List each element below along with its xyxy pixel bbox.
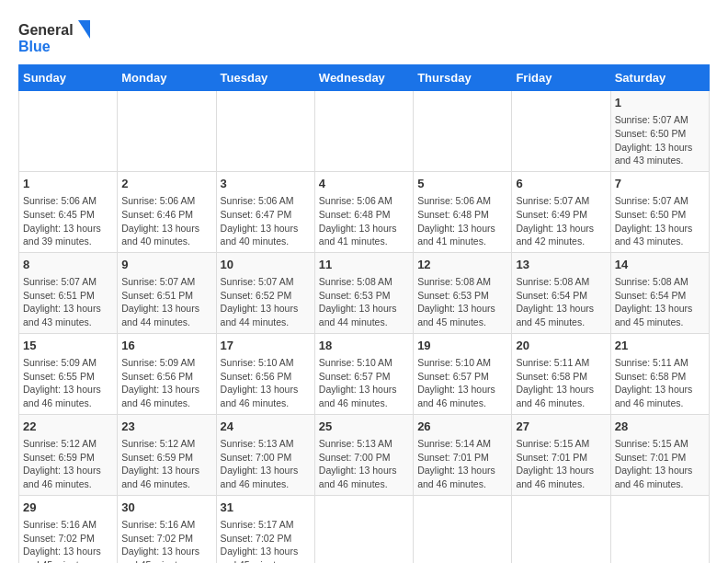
- day-info: Sunrise: 5:14 AM Sunset: 7:01 PM Dayligh…: [417, 437, 507, 491]
- calendar-cell: 6Sunrise: 5:07 AM Sunset: 6:49 PM Daylig…: [512, 171, 610, 252]
- calendar-cell: 17Sunrise: 5:10 AM Sunset: 6:56 PM Dayli…: [216, 333, 314, 414]
- calendar-cell: 19Sunrise: 5:10 AM Sunset: 6:57 PM Dayli…: [414, 333, 512, 414]
- day-info: Sunrise: 5:07 AM Sunset: 6:51 PM Dayligh…: [23, 275, 113, 329]
- day-info: Sunrise: 5:11 AM Sunset: 6:58 PM Dayligh…: [615, 356, 705, 410]
- calendar-cell: 26Sunrise: 5:14 AM Sunset: 7:01 PM Dayli…: [414, 414, 512, 495]
- day-number: 2: [121, 176, 211, 192]
- day-info: Sunrise: 5:10 AM Sunset: 6:57 PM Dayligh…: [417, 356, 507, 410]
- calendar-cell: 27Sunrise: 5:15 AM Sunset: 7:01 PM Dayli…: [512, 414, 610, 495]
- day-number: 13: [516, 257, 606, 273]
- calendar-cell: 18Sunrise: 5:10 AM Sunset: 6:57 PM Dayli…: [314, 333, 413, 414]
- day-info: Sunrise: 5:16 AM Sunset: 7:02 PM Dayligh…: [23, 518, 113, 563]
- day-number: 30: [121, 500, 211, 516]
- day-info: Sunrise: 5:12 AM Sunset: 6:59 PM Dayligh…: [23, 437, 113, 491]
- day-info: Sunrise: 5:06 AM Sunset: 6:48 PM Dayligh…: [417, 194, 507, 248]
- day-info: Sunrise: 5:10 AM Sunset: 6:57 PM Dayligh…: [319, 356, 409, 410]
- calendar-cell: [216, 91, 314, 172]
- day-number: 16: [121, 338, 211, 354]
- calendar-cell: 3Sunrise: 5:06 AM Sunset: 6:47 PM Daylig…: [216, 171, 314, 252]
- calendar-cell: 31Sunrise: 5:17 AM Sunset: 7:02 PM Dayli…: [216, 495, 314, 563]
- calendar-cell: 1Sunrise: 5:07 AM Sunset: 6:50 PM Daylig…: [610, 91, 709, 172]
- svg-marker-2: [78, 20, 90, 39]
- calendar-cell: 24Sunrise: 5:13 AM Sunset: 7:00 PM Dayli…: [216, 414, 314, 495]
- column-header-wednesday: Wednesday: [314, 65, 413, 91]
- week-row-3: 8Sunrise: 5:07 AM Sunset: 6:51 PM Daylig…: [19, 252, 710, 333]
- day-number: 12: [417, 257, 507, 273]
- calendar-cell: [512, 495, 610, 563]
- day-number: 3: [221, 176, 311, 192]
- calendar-cell: [314, 495, 413, 563]
- column-header-monday: Monday: [118, 65, 216, 91]
- calendar-cell: 20Sunrise: 5:11 AM Sunset: 6:58 PM Dayli…: [512, 333, 610, 414]
- calendar-cell: 12Sunrise: 5:08 AM Sunset: 6:53 PM Dayli…: [414, 252, 512, 333]
- calendar-cell: 13Sunrise: 5:08 AM Sunset: 6:54 PM Dayli…: [512, 252, 610, 333]
- day-info: Sunrise: 5:08 AM Sunset: 6:53 PM Dayligh…: [417, 275, 507, 329]
- day-number: 8: [23, 257, 113, 273]
- day-number: 10: [221, 257, 311, 273]
- day-number: 31: [221, 500, 311, 516]
- day-number: 28: [615, 419, 705, 435]
- day-number: 14: [615, 257, 705, 273]
- day-number: 27: [516, 419, 606, 435]
- day-number: 1: [615, 95, 705, 111]
- column-header-thursday: Thursday: [414, 65, 512, 91]
- day-info: Sunrise: 5:10 AM Sunset: 6:56 PM Dayligh…: [221, 356, 311, 410]
- calendar-cell: 15Sunrise: 5:09 AM Sunset: 6:55 PM Dayli…: [19, 333, 118, 414]
- calendar-cell: [610, 495, 709, 563]
- day-number: 23: [121, 419, 211, 435]
- day-info: Sunrise: 5:13 AM Sunset: 7:00 PM Dayligh…: [319, 437, 409, 491]
- day-number: 5: [417, 176, 507, 192]
- day-info: Sunrise: 5:16 AM Sunset: 7:02 PM Dayligh…: [121, 518, 211, 563]
- day-info: Sunrise: 5:17 AM Sunset: 7:02 PM Dayligh…: [221, 518, 311, 563]
- day-info: Sunrise: 5:06 AM Sunset: 6:48 PM Dayligh…: [319, 194, 409, 248]
- day-number: 1: [23, 176, 113, 192]
- day-info: Sunrise: 5:07 AM Sunset: 6:52 PM Dayligh…: [221, 275, 311, 329]
- column-header-sunday: Sunday: [19, 65, 118, 91]
- day-number: 17: [221, 338, 311, 354]
- week-row-1: 1Sunrise: 5:07 AM Sunset: 6:50 PM Daylig…: [19, 91, 710, 172]
- day-number: 26: [417, 419, 507, 435]
- calendar-cell: [414, 91, 512, 172]
- day-info: Sunrise: 5:06 AM Sunset: 6:46 PM Dayligh…: [121, 194, 211, 248]
- day-info: Sunrise: 5:08 AM Sunset: 6:53 PM Dayligh…: [319, 275, 409, 329]
- calendar-cell: 9Sunrise: 5:07 AM Sunset: 6:51 PM Daylig…: [118, 252, 216, 333]
- day-number: 15: [23, 338, 113, 354]
- svg-text:Blue: Blue: [18, 39, 51, 54]
- calendar-cell: 1Sunrise: 5:06 AM Sunset: 6:45 PM Daylig…: [19, 171, 118, 252]
- day-number: 25: [319, 419, 409, 435]
- day-number: 22: [23, 419, 113, 435]
- calendar-cell: 23Sunrise: 5:12 AM Sunset: 6:59 PM Dayli…: [118, 414, 216, 495]
- calendar-cell: 7Sunrise: 5:07 AM Sunset: 6:50 PM Daylig…: [610, 171, 709, 252]
- day-info: Sunrise: 5:13 AM Sunset: 7:00 PM Dayligh…: [221, 437, 311, 491]
- day-number: 9: [121, 257, 211, 273]
- day-number: 7: [615, 176, 705, 192]
- week-row-2: 1Sunrise: 5:06 AM Sunset: 6:45 PM Daylig…: [19, 171, 710, 252]
- calendar-cell: 11Sunrise: 5:08 AM Sunset: 6:53 PM Dayli…: [314, 252, 413, 333]
- day-number: 6: [516, 176, 606, 192]
- week-row-4: 15Sunrise: 5:09 AM Sunset: 6:55 PM Dayli…: [19, 333, 710, 414]
- column-header-friday: Friday: [512, 65, 610, 91]
- day-info: Sunrise: 5:08 AM Sunset: 6:54 PM Dayligh…: [615, 275, 705, 329]
- calendar-cell: 8Sunrise: 5:07 AM Sunset: 6:51 PM Daylig…: [19, 252, 118, 333]
- page-header: GeneralBlue: [18, 18, 710, 55]
- day-info: Sunrise: 5:07 AM Sunset: 6:50 PM Dayligh…: [615, 194, 705, 248]
- day-number: 29: [23, 500, 113, 516]
- day-info: Sunrise: 5:06 AM Sunset: 6:47 PM Dayligh…: [221, 194, 311, 248]
- day-info: Sunrise: 5:07 AM Sunset: 6:51 PM Dayligh…: [121, 275, 211, 329]
- calendar-cell: [512, 91, 610, 172]
- calendar-cell: 29Sunrise: 5:16 AM Sunset: 7:02 PM Dayli…: [19, 495, 118, 563]
- day-number: 4: [319, 176, 409, 192]
- column-header-saturday: Saturday: [610, 65, 709, 91]
- calendar-cell: 16Sunrise: 5:09 AM Sunset: 6:56 PM Dayli…: [118, 333, 216, 414]
- day-number: 20: [516, 338, 606, 354]
- calendar-cell: 28Sunrise: 5:15 AM Sunset: 7:01 PM Dayli…: [610, 414, 709, 495]
- calendar-cell: [414, 495, 512, 563]
- day-info: Sunrise: 5:09 AM Sunset: 6:55 PM Dayligh…: [23, 356, 113, 410]
- day-number: 21: [615, 338, 705, 354]
- day-info: Sunrise: 5:09 AM Sunset: 6:56 PM Dayligh…: [121, 356, 211, 410]
- day-info: Sunrise: 5:11 AM Sunset: 6:58 PM Dayligh…: [516, 356, 606, 410]
- header-row: SundayMondayTuesdayWednesdayThursdayFrid…: [19, 65, 710, 91]
- calendar-cell: [314, 91, 413, 172]
- calendar-cell: 4Sunrise: 5:06 AM Sunset: 6:48 PM Daylig…: [314, 171, 413, 252]
- day-number: 18: [319, 338, 409, 354]
